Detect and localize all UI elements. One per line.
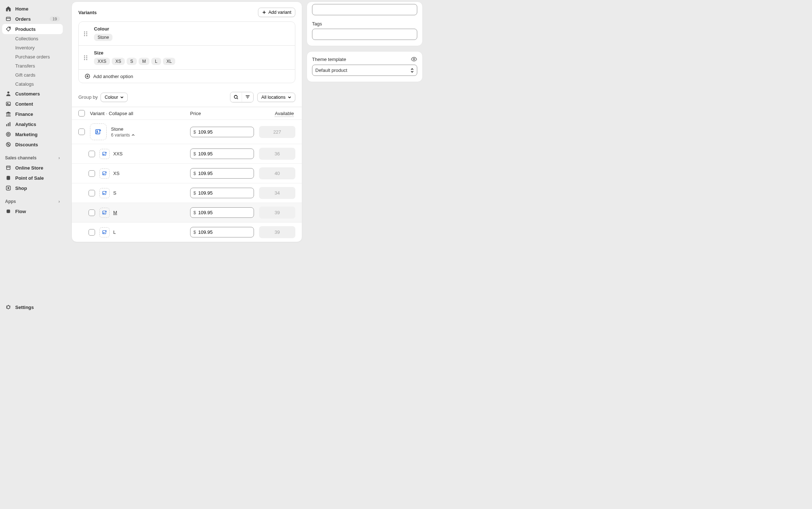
nav-online-store[interactable]: Online Store — [2, 163, 63, 173]
shop-icon — [5, 185, 12, 191]
nav-gift-cards[interactable]: Gift cards — [2, 70, 63, 80]
variant-row-xxs[interactable]: XXS $ 36 — [72, 144, 302, 163]
nav-customers[interactable]: Customers — [2, 89, 63, 99]
option-row-colour[interactable]: Colour Stone — [79, 22, 295, 46]
add-variant-button[interactable]: Add variant — [258, 8, 295, 17]
price-header: Price — [190, 111, 259, 116]
svg-point-33 — [97, 131, 98, 132]
filter-button[interactable] — [242, 92, 253, 102]
group-checkbox[interactable] — [78, 129, 85, 135]
variant-image-upload[interactable] — [99, 168, 110, 179]
nav-pos[interactable]: Point of Sale — [2, 173, 63, 183]
locations-select[interactable]: All locations — [257, 93, 295, 102]
store-icon — [5, 164, 12, 171]
option-row-size[interactable]: Size XXS XS S M L XL — [79, 46, 295, 70]
price-input[interactable]: $ — [190, 168, 254, 179]
variant-row-m[interactable]: M $ 39 — [72, 203, 302, 222]
svg-rect-13 — [7, 167, 10, 169]
group-count-toggle[interactable]: 6 variants — [111, 133, 190, 138]
svg-point-8 — [6, 132, 10, 136]
select-all-checkbox[interactable] — [78, 110, 85, 117]
nav-analytics[interactable]: Analytics — [2, 119, 63, 129]
apps-header[interactable]: Apps › — [2, 197, 63, 206]
home-icon — [5, 5, 12, 12]
chevron-right-icon: › — [58, 199, 60, 204]
available-value: 34 — [259, 187, 295, 199]
image-add-icon — [102, 171, 107, 176]
variant-image-upload[interactable] — [99, 149, 110, 159]
svg-point-9 — [8, 134, 9, 135]
price-field[interactable] — [198, 210, 251, 215]
nav-purchase-orders[interactable]: Purchase orders — [2, 52, 63, 61]
variant-row-xs[interactable]: XS $ 40 — [72, 163, 302, 183]
svg-point-31 — [234, 95, 237, 98]
svg-point-25 — [86, 55, 87, 56]
nav-finance[interactable]: Finance — [2, 109, 63, 119]
svg-rect-14 — [7, 176, 10, 180]
group-by-select[interactable]: Colour — [101, 93, 128, 102]
nav-shop[interactable]: Shop — [2, 183, 63, 193]
variant-image-upload[interactable] — [99, 208, 110, 218]
search-button[interactable] — [230, 92, 242, 102]
svg-point-39 — [413, 58, 415, 60]
variant-row-l[interactable]: L $ 39 — [72, 222, 302, 242]
group-price-input[interactable]: $ — [190, 127, 254, 137]
svg-point-20 — [84, 33, 85, 34]
nav-orders[interactable]: Orders 19 — [2, 14, 63, 24]
theme-template-select[interactable]: Default product — [312, 65, 417, 76]
nav-marketing[interactable]: Marketing — [2, 129, 63, 139]
target-icon — [5, 131, 12, 138]
variant-image-upload[interactable] — [99, 227, 110, 237]
variant-name: XS — [113, 171, 119, 176]
price-field[interactable] — [198, 229, 251, 235]
row-checkbox[interactable] — [89, 229, 95, 236]
chart-icon — [5, 121, 12, 127]
available-header: Available — [259, 111, 295, 116]
variant-group-row[interactable]: Stone 6 variants $ 227 — [72, 119, 302, 144]
svg-rect-0 — [6, 17, 10, 21]
row-checkbox[interactable] — [89, 151, 95, 157]
available-value: 36 — [259, 148, 295, 160]
image-add-icon — [102, 229, 107, 235]
price-input[interactable]: $ — [190, 148, 254, 159]
nav-inventory[interactable]: Inventory — [2, 43, 63, 52]
price-field[interactable] — [198, 190, 251, 196]
vendor-or-type-input[interactable] — [312, 4, 417, 15]
nav-products[interactable]: Products — [2, 24, 63, 34]
theme-label: Theme template — [312, 57, 346, 62]
drag-handle-icon[interactable] — [84, 31, 89, 36]
nav-discounts[interactable]: Discounts — [2, 139, 63, 150]
sidebar: Home Orders 19 Products Collections Inve… — [0, 0, 65, 316]
drag-handle-icon[interactable] — [84, 55, 89, 60]
nav-collections[interactable]: Collections — [2, 34, 63, 43]
tags-input[interactable] — [312, 29, 417, 40]
price-input[interactable]: $ — [190, 188, 254, 198]
variant-image-upload[interactable] — [99, 188, 110, 198]
collapse-all-link[interactable]: Collapse all — [109, 111, 133, 116]
nav-content[interactable]: Content — [2, 99, 63, 109]
variant-name[interactable]: M — [113, 210, 117, 215]
price-field[interactable] — [198, 129, 251, 135]
nav-settings[interactable]: Settings — [2, 302, 63, 312]
chevron-down-icon — [288, 95, 291, 99]
variant-image-upload[interactable] — [90, 123, 107, 140]
nav-flow[interactable]: Flow — [2, 206, 63, 216]
row-checkbox[interactable] — [89, 190, 95, 196]
svg-point-21 — [86, 33, 87, 34]
tags-label: Tags — [312, 21, 417, 27]
nav-catalogs[interactable]: Catalogs — [2, 80, 63, 89]
price-field[interactable] — [198, 171, 251, 176]
nav-transfers[interactable]: Transfers — [2, 61, 63, 70]
price-field[interactable] — [198, 151, 251, 156]
variant-row-s[interactable]: S $ 34 — [72, 183, 302, 203]
group-name: Stone — [111, 126, 190, 132]
sales-channels-header[interactable]: Sales channels › — [2, 153, 63, 163]
eye-icon[interactable] — [411, 56, 417, 62]
add-option-button[interactable]: Add another option — [79, 70, 295, 83]
row-checkbox[interactable] — [89, 209, 95, 216]
row-checkbox[interactable] — [89, 170, 95, 177]
nav-home[interactable]: Home — [2, 4, 63, 14]
price-input[interactable]: $ — [190, 207, 254, 218]
price-input[interactable]: $ — [190, 227, 254, 237]
available-value: 40 — [259, 167, 295, 179]
